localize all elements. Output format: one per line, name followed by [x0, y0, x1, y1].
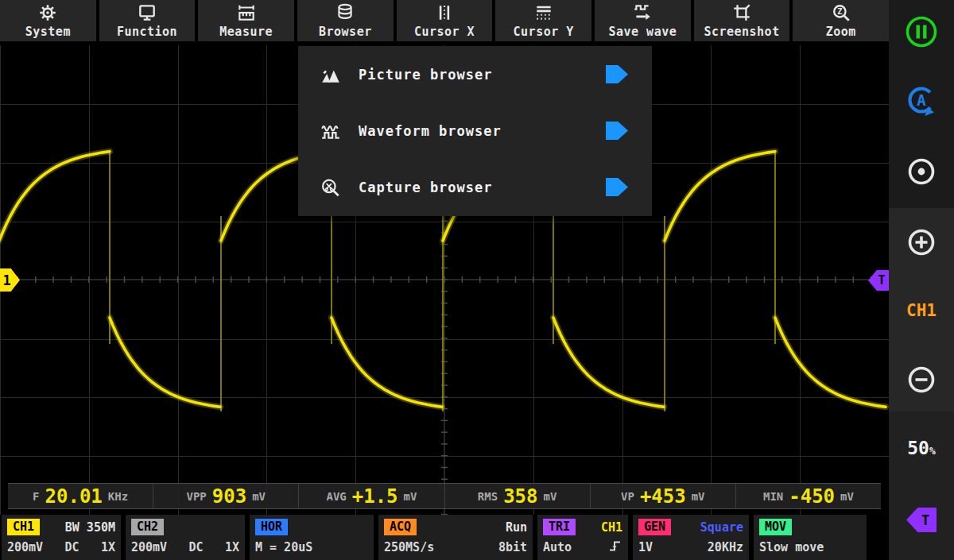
- run-pause-button[interactable]: [903, 14, 940, 53]
- oscilloscope-screen: System Function Measure Browser: [0, 0, 954, 560]
- rising-edge-icon: [608, 539, 622, 556]
- save-wave-icon: [632, 2, 653, 25]
- trigger-position-percent[interactable]: 50%: [907, 438, 936, 458]
- screenshot-label: Screenshot: [704, 25, 779, 39]
- cursor-y-button[interactable]: Cursor Y: [495, 0, 591, 41]
- vp-label: VP: [621, 490, 634, 503]
- timebase-value: M = 20uS: [255, 540, 312, 554]
- center-dot-button[interactable]: [904, 154, 939, 192]
- system-button[interactable]: System: [0, 0, 96, 41]
- browser-button[interactable]: Browser: [297, 0, 394, 41]
- cursor-y-label: Cursor Y: [514, 25, 574, 39]
- menu-item-picture-browser[interactable]: Picture browser: [298, 46, 652, 102]
- zoom-button[interactable]: Z Zoom: [793, 0, 889, 41]
- auto-icon: A: [903, 83, 940, 119]
- function-button[interactable]: Function: [99, 0, 196, 41]
- menu-item-capture-browser[interactable]: Capture browser: [298, 159, 652, 215]
- move-settings-block[interactable]: MOV Slow move: [754, 515, 867, 560]
- trigger-settings-block[interactable]: TRI CH1 Auto: [537, 515, 628, 560]
- vp-value: +453: [640, 487, 686, 506]
- acquire-settings-block[interactable]: ACQ Run 250MS/s8bit: [378, 515, 533, 560]
- freq-value: 20.01: [45, 487, 103, 506]
- scale-increase-button[interactable]: [904, 225, 939, 263]
- crop-icon: [731, 2, 752, 25]
- measurement-rms: RMS 358 mV: [445, 484, 591, 508]
- capture-icon: [319, 177, 343, 198]
- gen-amplitude: 1V: [638, 540, 653, 554]
- min-label: MIN: [763, 490, 783, 503]
- measurement-frequency: F 20.01 KHz: [8, 484, 153, 508]
- scale-decrease-button[interactable]: [904, 362, 939, 400]
- screenshot-button[interactable]: Screenshot: [694, 0, 790, 41]
- magnifier-z-icon: Z: [831, 2, 851, 25]
- measure-label: Measure: [219, 25, 273, 39]
- top-menu-bar: System Function Measure Browser: [0, 0, 889, 41]
- browser-dropdown-menu: Picture browser Waveform browser Capture…: [298, 46, 652, 216]
- cursor-x-label: Cursor X: [414, 25, 475, 39]
- ch1-coupling: DC: [65, 540, 80, 554]
- toolbar-section-divider: [889, 411, 954, 560]
- rms-value: 358: [503, 487, 537, 506]
- trigger-source: CH1: [601, 520, 622, 535]
- avg-value: +1.5: [352, 487, 398, 506]
- move-speed: Slow move: [759, 540, 824, 554]
- waveform-browser-label: Waveform browser: [359, 123, 502, 139]
- zoom-label: Zoom: [826, 25, 856, 39]
- ch1-probe: 1X: [101, 540, 115, 554]
- ch1-settings-block[interactable]: CH1 BW 350M 200mVDC1X: [2, 515, 121, 560]
- monitor-icon: [137, 2, 157, 25]
- vpp-value: 903: [212, 487, 246, 506]
- percent-value: 50: [907, 438, 929, 458]
- freq-label: F: [33, 490, 39, 503]
- vpp-label: VPP: [187, 490, 207, 503]
- measurement-vp: VP +453 mV: [591, 484, 736, 508]
- status-bar: CH1 BW 350M 200mVDC1X CH2 200mVDC1X HOR …: [0, 515, 889, 560]
- ch2-coupling: DC: [189, 540, 204, 554]
- ch1-volts-div: 200mV: [7, 540, 43, 554]
- rms-label: RMS: [478, 490, 498, 503]
- ch2-probe: 1X: [225, 540, 239, 554]
- cursor-x-button[interactable]: Cursor X: [397, 0, 493, 41]
- trigger-tag-label: T: [921, 512, 929, 528]
- generator-settings-block[interactable]: GEN Square 1V20KHz: [633, 515, 749, 560]
- measurement-bar: F 20.01 KHz VPP 903 mV AVG +1.5 mV RMS 3…: [8, 483, 881, 509]
- bit-depth: 8bit: [498, 540, 527, 554]
- sample-rate: 250MS/s: [384, 540, 434, 554]
- picture-browser-label: Picture browser: [359, 67, 493, 83]
- vp-unit: mV: [692, 490, 705, 503]
- ch1-bandwidth: BW 350M: [65, 520, 115, 535]
- ch2-settings-block[interactable]: CH2 200mVDC1X: [126, 515, 245, 560]
- gen-frequency: 20KHz: [708, 540, 743, 554]
- cursor-x-icon: [434, 2, 455, 25]
- svg-text:Z: Z: [837, 6, 842, 16]
- measurement-vpp: VPP 903 mV: [153, 484, 299, 508]
- ruler-icon: [236, 2, 257, 25]
- menu-item-waveform-browser[interactable]: Waveform browser: [298, 102, 652, 159]
- measurement-min: MIN -450 mV: [736, 484, 881, 508]
- measure-button[interactable]: Measure: [198, 0, 294, 41]
- avg-label: AVG: [326, 490, 346, 503]
- measurement-avg: AVG +1.5 mV: [299, 484, 444, 508]
- cursor-y-icon: [533, 2, 554, 25]
- right-toolbar: A CH1 50% T: [889, 0, 954, 560]
- ch1-badge: CH1: [7, 519, 40, 535]
- minus-circle-icon: [904, 362, 939, 397]
- dot-circle-icon: [904, 154, 939, 189]
- horizontal-settings-block[interactable]: HOR M = 20uS: [250, 515, 374, 560]
- ch2-badge: CH2: [131, 519, 164, 535]
- tri-badge: TRI: [543, 519, 576, 535]
- avg-unit: mV: [404, 490, 417, 503]
- auto-setup-button[interactable]: A: [903, 83, 940, 122]
- system-label: System: [25, 25, 71, 39]
- save-wave-button[interactable]: Save wave: [595, 0, 691, 41]
- ch2-volts-div: 200mV: [131, 540, 167, 554]
- active-channel-label[interactable]: CH1: [906, 301, 937, 320]
- browser-label: Browser: [319, 25, 372, 39]
- waveform-display[interactable]: 1 T Picture browser Waveform browser: [0, 45, 889, 515]
- arrow-right-icon: [606, 122, 628, 140]
- channel1-marker-label: 1: [2, 272, 10, 288]
- pause-icon: [903, 14, 940, 50]
- trigger-mode: Auto: [543, 540, 572, 554]
- run-state: Run: [506, 520, 527, 535]
- trigger-marker-label: T: [878, 273, 885, 288]
